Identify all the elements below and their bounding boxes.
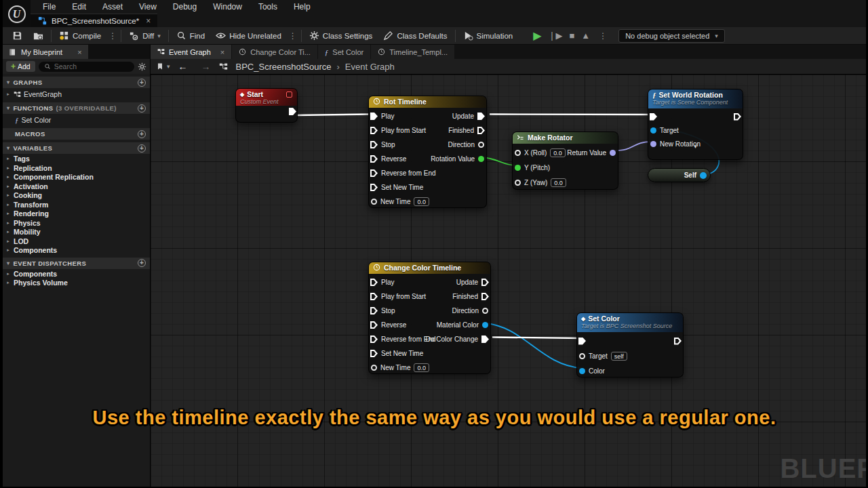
menu-debug[interactable]: Debug	[165, 0, 205, 14]
exec-in-pin-reverse[interactable]	[370, 321, 378, 329]
breadcrumb-root[interactable]: BPC_ScreenshotSource	[236, 62, 332, 72]
back-arrow-icon[interactable]: ←	[173, 61, 193, 72]
enum-pin-direction[interactable]	[478, 142, 484, 148]
settings-gear-icon[interactable]	[138, 62, 146, 71]
float-pin-rotation-value[interactable]	[478, 156, 484, 162]
diff-button[interactable]: Diff ▾	[123, 27, 166, 45]
object-pin-self[interactable]	[700, 172, 707, 179]
node-start[interactable]: ◆ Start Custom Event	[235, 88, 298, 123]
functions-section-header[interactable]: ▾ FUNCTIONS (3 OVERRIDABLE) +	[3, 102, 150, 114]
tab-timeline-template[interactable]: Timeline_Templ...	[371, 45, 454, 59]
dispatcher-row-physics-volume[interactable]: ▸Physics Volume	[3, 279, 150, 287]
exec-in-pin[interactable]	[578, 338, 586, 345]
menu-tools[interactable]: Tools	[250, 0, 285, 14]
exec-out-pin[interactable]	[674, 338, 682, 345]
node-rot-timeline[interactable]: Rot Timeline Play Play from Start Stop R…	[368, 96, 487, 208]
event-dispatchers-section-header[interactable]: ▾ EVENT DISPATCHERS +	[3, 258, 150, 269]
menu-file[interactable]: File	[35, 0, 64, 14]
enum-pin-direction[interactable]	[482, 308, 488, 314]
sidebar-item-eventgraph[interactable]: ▸ EventGraph	[3, 89, 150, 100]
exec-out-pin-do-color-change[interactable]	[481, 336, 489, 343]
exec-in-pin-stop[interactable]	[370, 307, 378, 314]
tab-event-graph[interactable]: Event Graph ×	[151, 45, 231, 59]
class-settings-button[interactable]: Class Settings	[304, 27, 378, 45]
menu-edit[interactable]: Edit	[64, 0, 94, 14]
new-time-value-input[interactable]: 0.0	[414, 197, 429, 206]
float-pin-y-pitch[interactable]	[515, 165, 521, 171]
exec-out-pin[interactable]	[289, 108, 296, 115]
macros-section-header[interactable]: MACROS +	[3, 128, 150, 140]
variable-row-activation[interactable]: ▸Activation	[3, 182, 150, 191]
exec-in-pin-play-from-start[interactable]	[370, 127, 378, 134]
graphs-section-header[interactable]: ▾ GRAPHS +	[3, 77, 150, 88]
variable-row-rendering[interactable]: ▸Rendering	[3, 209, 150, 218]
node-set-color[interactable]: ◆ Set Color Target is BPC Screenshot Sou…	[576, 312, 684, 378]
new-time-value-input[interactable]: 0.0	[414, 363, 429, 372]
exec-in-pin[interactable]	[650, 113, 657, 121]
simulation-button[interactable]: Simulation	[458, 27, 519, 45]
rotator-pin-return-value[interactable]	[610, 150, 616, 156]
sidebar-item-set-color[interactable]: ƒ Set Color	[3, 115, 150, 125]
add-graph-icon[interactable]: +	[138, 79, 146, 87]
search-input[interactable]: Search	[39, 62, 134, 72]
exec-in-pin-set-new-time[interactable]	[370, 350, 378, 357]
exec-out-pin-update[interactable]	[481, 279, 489, 286]
hide-unrelated-button[interactable]: Hide Unrelated	[210, 27, 287, 45]
exec-in-pin-set-new-time[interactable]	[370, 184, 378, 191]
float-pin-new-time[interactable]	[371, 365, 377, 371]
stop-icon[interactable]: ■	[569, 30, 574, 41]
exec-in-pin-play[interactable]	[370, 279, 378, 286]
eject-icon[interactable]: ▲	[581, 30, 590, 41]
exec-in-pin-reverse[interactable]	[370, 155, 378, 163]
frame-skip-icon[interactable]: ❘▶	[549, 30, 563, 41]
panel-close-icon[interactable]: ×	[77, 48, 81, 56]
exec-out-pin-finished[interactable]	[481, 293, 489, 300]
menu-window[interactable]: Window	[205, 0, 250, 14]
variable-row-components[interactable]: ▸Components	[3, 246, 150, 255]
compile-button[interactable]: Compile	[54, 27, 106, 45]
color-pin-material-color[interactable]	[482, 322, 488, 328]
asset-tab[interactable]: BPC_ScreenshotSource* ×	[31, 14, 157, 27]
exec-in-pin-reverse-from-end[interactable]	[370, 336, 378, 343]
float-pin-new-time[interactable]	[371, 199, 377, 205]
menu-asset[interactable]: Asset	[94, 0, 131, 14]
debug-object-dropdown[interactable]: No debug object selected ▾	[618, 29, 725, 43]
float-pin-x-roll[interactable]	[515, 150, 521, 156]
browse-button[interactable]	[28, 27, 49, 45]
exec-in-pin-play[interactable]	[370, 113, 378, 120]
z-yaw-value-input[interactable]: 0.0	[551, 178, 566, 187]
add-button[interactable]: + Add	[6, 61, 35, 72]
compile-options-icon[interactable]: ⋮	[106, 31, 119, 41]
variable-row-cooking[interactable]: ▸Cooking	[3, 191, 150, 200]
variable-row-component-replication[interactable]: ▸Component Replication	[3, 173, 150, 182]
menu-help[interactable]: Help	[285, 0, 319, 14]
variable-row-lod[interactable]: ▸LOD	[3, 237, 150, 246]
object-pin-target[interactable]	[650, 127, 656, 134]
node-change-color-timeline[interactable]: Change Color Timeline Play Play from Sta…	[368, 262, 491, 374]
tab-close-icon[interactable]: ×	[220, 48, 224, 56]
exec-out-pin-update[interactable]	[477, 113, 485, 120]
bookmark-icon[interactable]	[156, 62, 164, 70]
tab-set-color[interactable]: ƒ Set Color	[318, 45, 370, 59]
save-button[interactable]	[7, 27, 28, 45]
tab-change-color-timeline[interactable]: Change Color Ti...	[232, 45, 317, 59]
add-function-icon[interactable]: +	[138, 104, 146, 113]
add-event-dispatcher-icon[interactable]: +	[138, 259, 146, 267]
add-macro-icon[interactable]: +	[138, 130, 146, 138]
chevron-down-icon[interactable]: ▾	[167, 63, 170, 70]
variable-row-transform[interactable]: ▸Transform	[3, 201, 150, 209]
color-pin-color[interactable]	[579, 368, 585, 374]
object-pin-target[interactable]	[579, 353, 585, 359]
variable-row-replication[interactable]: ▸Replication	[3, 164, 150, 173]
node-set-world-rotation[interactable]: ƒ Set World Rotation Target is Scene Com…	[648, 89, 743, 160]
collapse-chevron-icon[interactable]: ▾	[648, 143, 743, 150]
variable-row-physics[interactable]: ▸Physics	[3, 219, 150, 228]
dispatcher-row-components[interactable]: ▸Components	[3, 270, 150, 279]
add-variable-icon[interactable]: +	[138, 144, 146, 152]
play-icon[interactable]: ▶	[533, 29, 541, 42]
menu-view[interactable]: View	[131, 0, 165, 14]
variable-row-tags[interactable]: ▸Tags	[3, 155, 150, 163]
target-value-input[interactable]: self	[611, 352, 627, 361]
exec-in-pin-reverse-from-end[interactable]	[370, 169, 378, 177]
exec-in-pin-stop[interactable]	[370, 141, 378, 148]
